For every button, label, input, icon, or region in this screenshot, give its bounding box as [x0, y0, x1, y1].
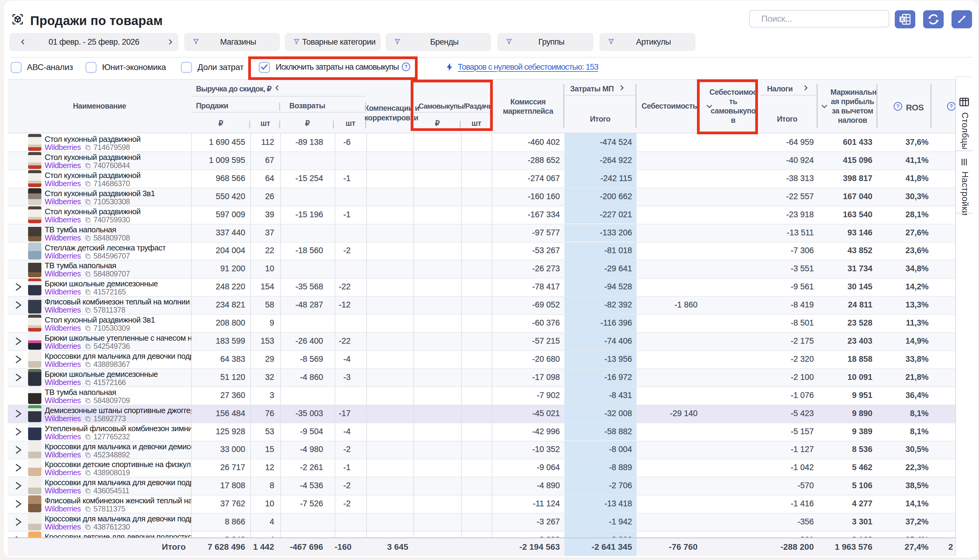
svg-text:X: X — [900, 16, 904, 22]
svg-text:?: ? — [950, 103, 953, 109]
svg-text:?: ? — [896, 103, 899, 109]
